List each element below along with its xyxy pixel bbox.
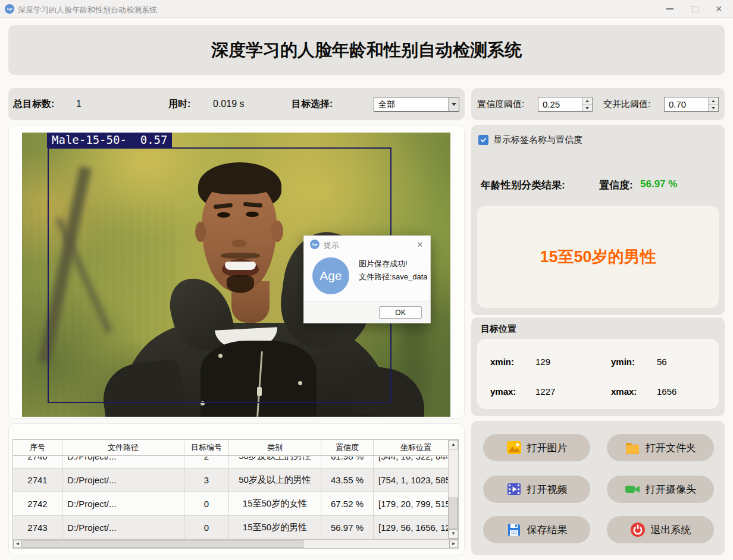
cell-class: 50岁及以上的男性 xyxy=(229,468,321,492)
scroll-right-button[interactable]: ► xyxy=(449,540,458,548)
cell-class: 15至50岁的女性 xyxy=(229,492,321,516)
column-header[interactable]: 坐标位置 xyxy=(374,440,458,456)
cell-confidence: 67.52 % xyxy=(321,492,374,516)
thresholds-bar: 置信度阈值: 0.25 交并比阈值: 0.70 xyxy=(471,88,725,120)
horizontal-scroll-thumb[interactable] xyxy=(23,540,303,548)
exit-system-button[interactable]: 退出系统 xyxy=(607,516,714,543)
dialog-message-line2: 文件路径:save_data xyxy=(359,270,428,284)
check-icon xyxy=(480,137,487,143)
spin-down-icon xyxy=(585,107,589,109)
table-row[interactable]: 2741 D:/Project/... 3 50岁及以上的男性 43.55 % … xyxy=(13,468,449,492)
cell-index: 2743 xyxy=(13,516,62,539)
open-camera-button[interactable]: 打开摄像头 xyxy=(607,476,714,503)
cell-filepath: D:/Project/... xyxy=(62,468,184,492)
header: 深度学习的人脸年龄和性别自动检测系统 xyxy=(8,25,725,75)
titlebar: Age 深度学习的人脸年龄和性别自动检测系统 xyxy=(0,0,733,18)
cell-confidence: 61.98 % xyxy=(321,457,374,468)
open-folder-button[interactable]: 打开文件夹 xyxy=(607,434,714,461)
column-header[interactable]: 目标编号 xyxy=(184,440,229,456)
iou-threshold-value: 0.70 xyxy=(665,97,708,111)
dialog-message-line1: 图片保存成功! xyxy=(359,257,428,270)
classification-result-value: 15至50岁的男性 xyxy=(540,246,656,268)
confidence-threshold-spinbox[interactable]: 0.25 xyxy=(538,97,593,112)
stats-bar: 总目标数: 1 用时: 0.019 s 目标选择: 全部 xyxy=(8,88,465,120)
table-row[interactable]: 2740 D:/Project/... 2 50岁及以上的男性 61.98 % … xyxy=(13,457,449,468)
scroll-down-button[interactable]: ▼ xyxy=(449,529,458,539)
ok-button[interactable]: OK xyxy=(379,306,422,319)
target-select-label: 目标选择: xyxy=(292,98,333,111)
classification-result-label: 年龄性别分类结果: xyxy=(481,178,565,192)
spin-down-button[interactable] xyxy=(709,105,718,111)
cell-coords: [754, 1, 1023, 585] xyxy=(374,468,449,492)
ymin-label: ymin: xyxy=(611,357,635,367)
column-header[interactable]: 置信度 xyxy=(321,440,374,456)
cell-filepath: D:/Project/... xyxy=(62,457,184,468)
column-header[interactable]: 类别 xyxy=(229,440,321,456)
minimize-button[interactable] xyxy=(659,0,681,18)
open-video-button[interactable]: 打开视频 xyxy=(483,476,590,503)
maximize-icon xyxy=(692,6,698,12)
column-header[interactable]: 文件路径 xyxy=(62,440,184,456)
scroll-left-button[interactable]: ◄ xyxy=(13,540,22,548)
target-position-box: xmin: 129 ymin: 56 ymax: 1227 xmax: 1656 xyxy=(477,339,719,409)
action-buttons-panel: 打开图片 打开文件夹 打开视频 打开摄像头 保存结果 xyxy=(471,421,725,555)
scroll-up-button[interactable]: ▲ xyxy=(449,440,458,449)
cell-class: 50岁及以上的男性 xyxy=(229,457,321,468)
window-title: 深度学习的人脸年龄和性别自动检测系统 xyxy=(18,5,157,15)
close-icon xyxy=(715,4,722,14)
age-logo-icon: Age xyxy=(312,257,349,294)
page-title: 深度学习的人脸年龄和性别自动检测系统 xyxy=(8,25,725,75)
spin-up-icon xyxy=(712,100,715,102)
app-icon: Age xyxy=(5,4,14,14)
horizontal-scrollbar[interactable]: ◄ ► xyxy=(12,539,459,549)
spin-up-button[interactable] xyxy=(582,97,592,105)
cell-index: 2741 xyxy=(13,468,62,492)
spin-down-icon xyxy=(712,107,715,109)
save-results-button[interactable]: 保存结果 xyxy=(483,516,590,543)
cell-index: 2742 xyxy=(13,492,62,516)
open-image-button[interactable]: 打开图片 xyxy=(483,434,590,461)
spin-up-button[interactable] xyxy=(709,97,718,105)
target-select-dropdown[interactable]: 全部 xyxy=(374,97,459,112)
total-targets-label: 总目标数: xyxy=(13,98,54,111)
exit-system-label: 退出系统 xyxy=(651,523,691,537)
power-icon xyxy=(630,522,646,537)
confidence-threshold-label: 置信度阈值: xyxy=(477,99,524,110)
xmin-value: 129 xyxy=(535,357,550,367)
dialog-titlebar: Age 提示 xyxy=(304,236,430,253)
spin-down-button[interactable] xyxy=(582,105,592,111)
scroll-left-icon: ◄ xyxy=(15,542,20,546)
xmax-label: xmax: xyxy=(611,386,637,397)
iou-threshold-spinbox[interactable]: 0.70 xyxy=(664,97,719,112)
target-position-panel: 目标位置 xmin: 129 ymin: 56 ymax: 1227 xmax:… xyxy=(471,317,725,416)
dialog-close-button[interactable] xyxy=(415,239,425,250)
target-select-value: 全部 xyxy=(374,99,448,110)
ymin-value: 56 xyxy=(657,357,667,367)
dialog-body: Age 图片保存成功! 文件路径:save_data xyxy=(304,253,430,303)
elapsed-time-value: 0.019 s xyxy=(213,99,244,109)
cell-target-id: 2 xyxy=(184,457,229,468)
vertical-scroll-thumb[interactable] xyxy=(449,498,458,528)
dropdown-arrow-button[interactable] xyxy=(448,97,459,111)
table-row[interactable]: 2743 D:/Project/... 0 15至50岁的男性 56.97 % … xyxy=(13,516,449,539)
dialog-title: 提示 xyxy=(324,240,339,251)
close-button[interactable] xyxy=(708,0,729,18)
table-row[interactable]: 2742 D:/Project/... 0 15至50岁的女性 67.52 % … xyxy=(13,492,449,516)
cell-coords: [179, 20, 799, 515] xyxy=(374,492,449,516)
confidence-threshold-value: 0.25 xyxy=(538,97,582,111)
open-camera-label: 打开摄像头 xyxy=(646,483,696,496)
show-labels-checkbox[interactable] xyxy=(478,135,488,145)
spin-up-icon xyxy=(585,100,589,102)
chevron-down-icon xyxy=(452,103,456,106)
vertical-scrollbar[interactable]: ▲ ▼ xyxy=(448,440,458,539)
open-video-label: 打开视频 xyxy=(527,483,568,496)
column-header[interactable]: 序号 xyxy=(13,440,62,456)
table-header-row: 序号 文件路径 目标编号 类别 置信度 坐标位置 xyxy=(13,440,458,456)
xmax-value: 1656 xyxy=(657,386,676,397)
maximize-button[interactable] xyxy=(684,0,706,18)
xmin-label: xmin: xyxy=(490,357,514,367)
cell-coords: [544, 16, 522, 644] xyxy=(374,457,449,468)
total-targets-value: 1 xyxy=(76,99,82,109)
confidence-label: 置信度: xyxy=(599,178,633,192)
camera-icon xyxy=(625,482,640,497)
